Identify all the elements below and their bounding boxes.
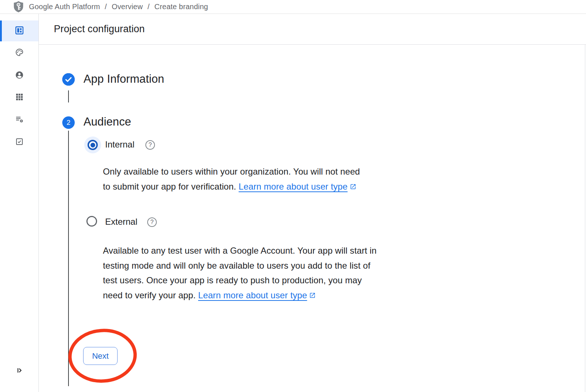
scrollbar-track[interactable] xyxy=(585,45,585,392)
internal-radio[interactable] xyxy=(84,137,101,153)
step2-title: Audience xyxy=(84,115,131,128)
external-radio[interactable] xyxy=(86,216,97,227)
page-title: Project configuration xyxy=(54,23,145,35)
breadcrumb-item-google-auth-platform[interactable]: Google Auth Platform xyxy=(29,3,100,11)
breadcrumb-item-overview[interactable]: Overview xyxy=(112,3,143,11)
stepper-connector xyxy=(68,90,69,102)
breadcrumb-separator: / xyxy=(105,3,107,11)
sidebar-item-data-access[interactable] xyxy=(0,111,38,129)
step1-title: App Information xyxy=(84,72,164,86)
sidebar-item-overview[interactable] xyxy=(0,20,38,41)
google-auth-platform-icon xyxy=(13,1,24,13)
breadcrumb-separator: / xyxy=(148,3,150,11)
internal-learn-more-link[interactable]: Learn more about user type xyxy=(239,182,356,191)
panel-expand-button[interactable] xyxy=(0,362,38,380)
external-help-icon[interactable]: ? xyxy=(147,217,157,227)
sidebar xyxy=(0,14,39,392)
external-description: Available to any test user with a Google… xyxy=(103,243,381,303)
project-configuration-panel: App Information 2 Audience Internal ? On… xyxy=(39,45,586,392)
apps-grid-icon xyxy=(15,93,24,103)
step1-completed-check-icon xyxy=(62,73,75,86)
next-button[interactable]: Next xyxy=(83,347,118,365)
learn-more-link-text: Learn more about user type xyxy=(198,290,307,300)
stepper-connector xyxy=(68,131,69,386)
external-learn-more-link[interactable]: Learn more about user type xyxy=(198,290,316,300)
palette-icon xyxy=(15,48,24,58)
dashboard-icon xyxy=(15,26,24,37)
list-settings-icon xyxy=(15,115,24,125)
external-label: External xyxy=(105,217,137,227)
external-link-icon xyxy=(350,183,356,190)
learn-more-link-text: Learn more about user type xyxy=(239,182,348,191)
breadcrumb-item-create-branding: Create branding xyxy=(155,3,208,11)
step2-number-badge: 2 xyxy=(62,116,75,129)
radio-selected-icon xyxy=(88,140,98,150)
breadcrumb: Google Auth Platform / Overview / Create… xyxy=(0,0,586,14)
internal-description: Only available to users within your orga… xyxy=(103,164,370,194)
person-icon xyxy=(15,71,24,81)
sidebar-item-audience[interactable] xyxy=(0,67,38,85)
sidebar-item-clients[interactable] xyxy=(0,89,38,107)
sidebar-item-branding[interactable] xyxy=(0,44,38,62)
panel-expand-icon xyxy=(15,366,24,376)
internal-label: Internal xyxy=(105,139,134,150)
internal-help-icon[interactable]: ? xyxy=(145,140,155,150)
checkbox-icon xyxy=(15,137,24,148)
external-link-icon xyxy=(309,292,316,299)
main-header: Project configuration xyxy=(39,14,586,45)
sidebar-item-verification-center[interactable] xyxy=(0,134,38,151)
